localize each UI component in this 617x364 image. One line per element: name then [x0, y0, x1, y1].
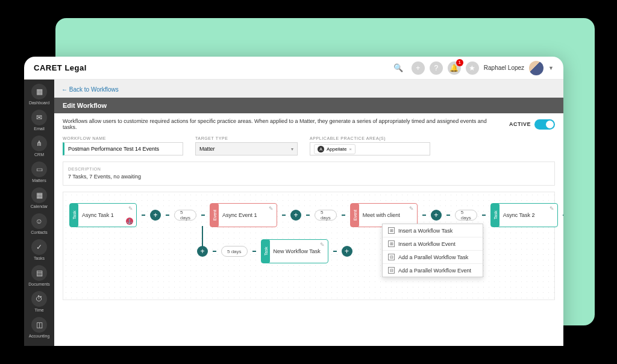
pencil-icon[interactable]: ✎ [320, 242, 325, 248]
matters-icon: ▭ [31, 162, 47, 177]
topbar-actions: 🔍 + ? 🔔1 ★ Raphael Lopez ▼ [393, 61, 554, 75]
accounting-icon: ◫ [31, 317, 47, 333]
add-node-button[interactable]: + [150, 210, 161, 221]
delay-pill[interactable]: 5 days [455, 210, 477, 221]
nav-documents[interactable]: ▤Documents [24, 263, 54, 288]
chevron-down-icon: ▾ [291, 146, 293, 152]
tasks-icon: ✓ [31, 239, 47, 255]
help-icon[interactable]: ? [430, 61, 443, 75]
user-name: Raphael Lopez [484, 64, 524, 71]
nav-email[interactable]: ✉Email [24, 108, 54, 133]
practice-area-input[interactable]: AAppellate× [310, 142, 430, 155]
crm-icon: ⋔ [31, 136, 47, 151]
pa-avatar-icon: A [318, 146, 324, 152]
branch-connector [202, 226, 203, 248]
calendar-icon: ▦ [31, 187, 47, 203]
back-link[interactable]: ← Back to Workflows [61, 86, 119, 93]
left-nav: ▦Dashboard ✉Email ⋔CRM ▭Matters ▦Calenda… [24, 80, 54, 346]
nav-calendar[interactable]: ▦Calendar [24, 186, 54, 210]
practice-area-label: APPLICABLE PRACTICE AREA(S) [310, 136, 430, 140]
add-node-button[interactable]: + [342, 246, 352, 257]
delay-pill[interactable]: 5 days [221, 246, 248, 257]
workflow-name-input[interactable]: Postman Performance Test 14 Events [63, 142, 183, 155]
nav-tasks[interactable]: ✓Tasks [24, 237, 54, 262]
menu-insert-event[interactable]: ⊞Insert a Workflow Event [383, 237, 483, 251]
avatar[interactable] [529, 61, 543, 75]
nav-matters[interactable]: ▭Matters [24, 160, 54, 184]
pencil-icon[interactable]: ✎ [409, 206, 414, 212]
app-window: CARET Legal 🔍 + ? 🔔1 ★ Raphael Lopez ▼ ▦… [24, 57, 563, 346]
practice-area-tag[interactable]: AAppellate× [314, 144, 355, 154]
node-async-event-1[interactable]: Event Async Event 1 ✎ [210, 203, 277, 227]
time-icon: ⏱ [31, 291, 47, 307]
add-node-button[interactable]: + [290, 210, 301, 221]
anchor-icon[interactable]: ⚓ [126, 218, 133, 225]
parallel-event-icon: ⊟ [388, 267, 395, 274]
event-insert-icon: ⊞ [388, 240, 395, 247]
menu-parallel-task[interactable]: ⊟Add a Parallel Workflow Task [383, 251, 483, 264]
pencil-icon[interactable]: ✎ [128, 206, 133, 212]
main-content: ← Back to Workflows Edit Workflow Workfl… [54, 80, 563, 346]
node-async-task-2[interactable]: Task Async Task 2 ✎ [490, 203, 558, 227]
add-node-button[interactable]: + [431, 210, 442, 221]
target-type-select[interactable]: Matter▾ [195, 142, 298, 155]
breadcrumb-bar: ← Back to Workflows [54, 80, 563, 98]
email-icon: ✉ [31, 110, 47, 125]
pencil-icon[interactable]: ✎ [550, 206, 554, 212]
active-label: ACTIVE [509, 121, 531, 127]
pencil-icon[interactable]: ✎ [269, 206, 274, 212]
description-label: DESCRIPTION [68, 167, 550, 171]
context-menu: ⊞Insert a Workflow Task ⊞Insert a Workfl… [382, 224, 483, 277]
description-box[interactable]: DESCRIPTION 7 Tasks, 7 Events, no awaiti… [63, 162, 555, 186]
node-new-workflow-task[interactable]: Task New Workflow Task ✎ [261, 239, 328, 263]
task-insert-icon: ⊞ [388, 227, 395, 234]
notifications-icon[interactable]: 🔔1 [448, 61, 461, 75]
search-icon[interactable]: 🔍 [393, 63, 403, 72]
intro-text: Workflows allow users to customize requi… [63, 118, 501, 130]
nav-contacts[interactable]: ☺Contacts [24, 212, 54, 236]
contacts-icon: ☺ [31, 213, 47, 229]
notif-badge: 1 [456, 59, 463, 66]
parallel-task-icon: ⊟ [388, 254, 395, 260]
dashboard-icon: ▦ [31, 84, 47, 99]
brand-logo: CARET Legal [34, 63, 87, 72]
workflow-canvas[interactable]: Task Async Task 1 ✎ ⚓ + 5 days Event Asy… [63, 192, 555, 300]
documents-icon: ▤ [31, 265, 47, 281]
workflow-name-label: WORKFLOW NAME [63, 136, 183, 140]
description-text: 7 Tasks, 7 Events, no awaiting [68, 174, 550, 180]
delay-pill[interactable]: 5 days [174, 210, 196, 221]
node-async-task-1[interactable]: Task Async Task 1 ✎ ⚓ [69, 203, 137, 227]
active-toggle[interactable] [534, 119, 555, 130]
topbar: CARET Legal 🔍 + ? 🔔1 ★ Raphael Lopez ▼ [24, 57, 563, 80]
target-type-label: TARGET TYPE [195, 136, 298, 140]
add-icon[interactable]: + [412, 61, 425, 75]
chevron-down-icon[interactable]: ▼ [548, 65, 554, 71]
menu-parallel-event[interactable]: ⊟Add a Parallel Workflow Event [383, 264, 483, 277]
delay-pill[interactable]: 5 days [315, 210, 337, 221]
favorites-icon[interactable]: ★ [466, 61, 479, 75]
nav-time[interactable]: ⏱Time [24, 289, 54, 314]
remove-tag-icon[interactable]: × [349, 146, 352, 152]
nav-accounting[interactable]: ◫Accounting [24, 315, 54, 340]
menu-insert-task[interactable]: ⊞Insert a Workflow Task [383, 224, 483, 237]
nav-crm[interactable]: ⋔CRM [24, 134, 54, 158]
nav-dashboard[interactable]: ▦Dashboard [24, 82, 54, 107]
page-title: Edit Workflow [54, 98, 563, 113]
